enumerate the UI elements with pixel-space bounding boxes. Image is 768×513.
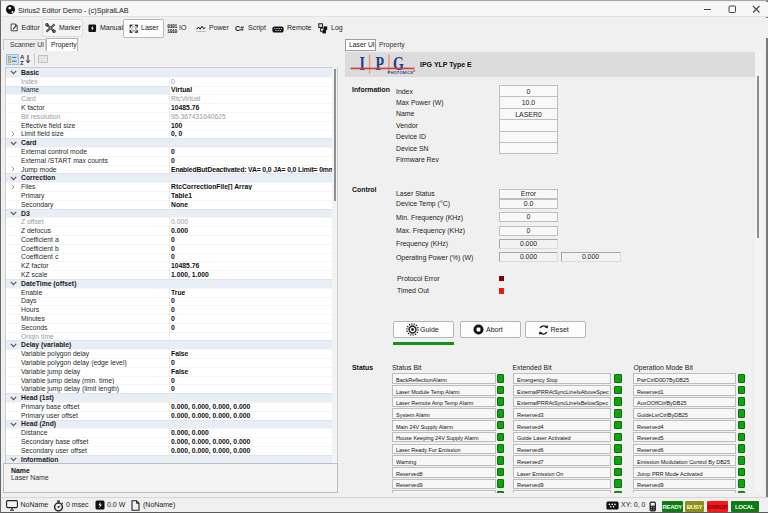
svg-text:P: P [376,54,385,74]
svg-text:I: I [360,54,365,74]
svg-text:1010: 1010 [167,29,177,34]
svg-text:Z: Z [20,59,24,64]
svg-text:PHOTONICS: PHOTONICS [388,70,414,75]
